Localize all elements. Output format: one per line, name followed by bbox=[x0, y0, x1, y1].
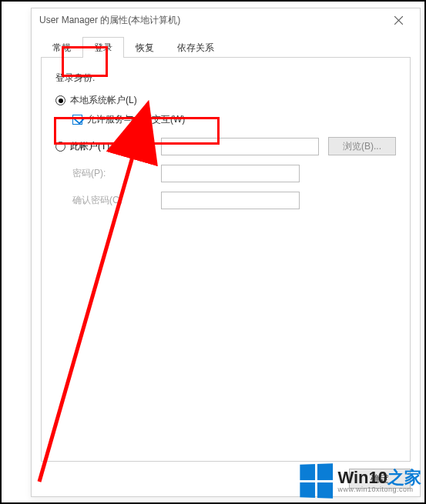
tab-logon[interactable]: 登录 bbox=[82, 37, 124, 58]
titlebar[interactable]: User Manager 的属性(本地计算机) bbox=[32, 8, 420, 32]
checkbox-allow-interact-label: 允许服务与桌面交互(W) bbox=[87, 113, 185, 126]
password-field[interactable] bbox=[161, 165, 300, 182]
dialog-content: 常规 登录 恢复 依存关系 登录身份: 本地系统帐户(L) 允许服务与桌面交互(… bbox=[32, 32, 420, 471]
close-icon bbox=[394, 16, 403, 25]
radio-local-system[interactable]: 本地系统帐户(L) bbox=[55, 94, 396, 107]
tab-recovery[interactable]: 恢复 bbox=[124, 37, 166, 58]
checkbox-allow-interact[interactable]: 允许服务与桌面交互(W) bbox=[72, 113, 396, 126]
confirm-password-label: 确认密码(C) bbox=[55, 194, 152, 207]
radio-local-system-label: 本地系统帐户(L) bbox=[70, 94, 137, 107]
close-button[interactable] bbox=[383, 9, 414, 31]
radio-this-account[interactable]: 此帐户(T): bbox=[55, 140, 152, 153]
watermark-title: Win10之家 bbox=[337, 469, 421, 486]
radio-this-account-label: 此帐户(T): bbox=[70, 140, 112, 153]
radio-icon bbox=[55, 142, 65, 152]
radio-icon bbox=[55, 95, 65, 105]
watermark-url: www.win10xitong.com bbox=[337, 486, 421, 493]
properties-dialog: User Manager 的属性(本地计算机) 常规 登录 恢复 依存关系 登录… bbox=[31, 8, 421, 497]
logon-as-label: 登录身份: bbox=[55, 72, 396, 85]
window-title: User Manager 的属性(本地计算机) bbox=[39, 14, 383, 27]
browse-button[interactable]: 浏览(B)... bbox=[328, 137, 396, 155]
windows-logo-icon bbox=[300, 463, 334, 499]
password-label: 密码(P): bbox=[55, 167, 152, 180]
checkbox-icon bbox=[72, 115, 82, 125]
watermark: Win10之家 www.win10xitong.com bbox=[299, 464, 421, 498]
account-name-field[interactable] bbox=[161, 138, 319, 155]
tab-body-logon: 登录身份: 本地系统帐户(L) 允许服务与桌面交互(W) 此帐户(T): 浏览(… bbox=[41, 58, 411, 462]
tab-strip: 常规 登录 恢复 依存关系 bbox=[41, 36, 411, 58]
tab-general[interactable]: 常规 bbox=[41, 37, 82, 58]
confirm-password-field[interactable] bbox=[161, 192, 300, 209]
tab-dependencies[interactable]: 依存关系 bbox=[166, 37, 226, 58]
this-account-grid: 此帐户(T): 浏览(B)... 密码(P): 确认密码(C) bbox=[55, 137, 396, 209]
